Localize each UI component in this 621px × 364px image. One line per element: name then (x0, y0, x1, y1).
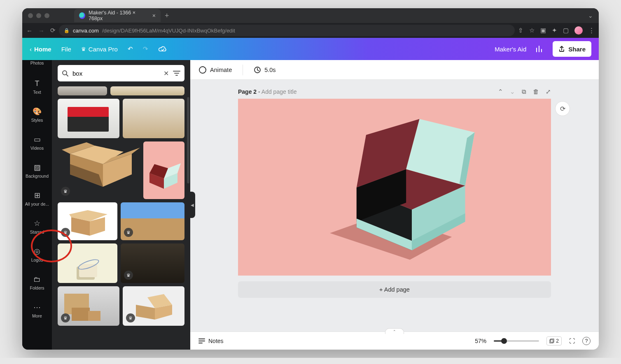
rail-starred[interactable]: ☆ Starred (22, 213, 52, 241)
zoom-slider[interactable] (494, 340, 539, 342)
zoom-knob[interactable] (501, 338, 507, 344)
search-input[interactable] (72, 70, 159, 77)
photo-thumb[interactable]: ♛ (121, 202, 184, 240)
workspace: Photos T Text 🎨 Styles ▭ Videos ▨ Backgr… (22, 60, 599, 350)
pages-icon (549, 338, 554, 343)
photo-thumb[interactable]: ♛ (121, 243, 184, 283)
hatch-icon: ▨ (34, 164, 41, 172)
rail-folders[interactable]: 🗀 Folders (22, 269, 52, 297)
cloud-check-icon (158, 45, 167, 53)
rail-text[interactable]: T Text (22, 73, 52, 101)
tab-strip: Maker's Aid - 1366 × 768px × + (74, 8, 169, 23)
expand-timeline-button[interactable]: ⌃ (385, 328, 404, 334)
animate-icon (198, 66, 207, 74)
photo-thumb[interactable] (123, 99, 184, 138)
photo-thumb[interactable]: ♛ (123, 286, 184, 326)
expand-page-icon[interactable]: ⤢ (546, 88, 551, 95)
canva-pro-label: Canva Pro (89, 46, 118, 53)
page-count-button[interactable]: 2 (546, 336, 562, 345)
panel-scrollbar[interactable] (187, 97, 189, 183)
cloud-sync-icon[interactable] (158, 45, 167, 53)
animate-button[interactable]: Animate (198, 66, 232, 74)
page-title[interactable]: Page 2 - Add page title (238, 88, 296, 95)
profile-avatar-icon[interactable] (574, 26, 583, 35)
new-tab-button[interactable]: + (165, 12, 169, 20)
regenerate-button[interactable]: ⟳ (555, 101, 570, 116)
photo-thumb[interactable] (58, 243, 117, 283)
reload-button[interactable]: ⟳ (50, 27, 56, 34)
page-actions: ⌃ ⌄ ⧉ 🗑 ⤢ (498, 88, 551, 95)
extensions-icon[interactable]: ✦ (552, 27, 557, 34)
svg-rect-30 (551, 339, 554, 342)
rail-photos[interactable]: Photos (22, 60, 52, 73)
bookmark-icon[interactable]: ☆ (529, 27, 535, 34)
bottom-bar: Notes 57% 2 ⛶ ? (190, 332, 599, 350)
photo-thumb[interactable] (110, 86, 184, 95)
browser-toolbar: ← → ⟳ 🔒 canva.com/design/DAE9fH56LaM/m4q… (22, 23, 599, 38)
clear-search-icon[interactable]: ✕ (163, 70, 169, 77)
forward-button[interactable]: → (38, 27, 44, 34)
share-page-icon[interactable]: ⇧ (518, 27, 523, 34)
photo-search[interactable]: ✕ (58, 65, 184, 81)
photo-thumb[interactable]: ♛ (58, 202, 117, 240)
reader-icon[interactable]: ▣ (540, 27, 546, 34)
canvas-box-image[interactable] (308, 115, 485, 267)
canvas-area: Animate 5.0s Page 2 - Add page title ⌃ ⌄ (190, 60, 599, 350)
delete-page-icon[interactable]: 🗑 (533, 88, 539, 95)
macos-titlebar: Maker's Aid - 1366 × 768px × + ⌄ (22, 8, 599, 23)
project-name[interactable]: Maker's Aid (495, 46, 526, 53)
rail-background[interactable]: ▨ Background (22, 157, 52, 185)
photo-thumb[interactable] (58, 99, 119, 138)
devices-icon[interactable]: ▢ (563, 27, 569, 34)
duration-button[interactable]: 5.0s (254, 66, 275, 74)
share-icon (558, 46, 565, 52)
browser-right-icons: ⇧ ☆ ▣ ✦ ▢ ⋮ (518, 26, 595, 35)
rail-more[interactable]: ⋯ More (22, 297, 52, 325)
canvas-toolbar: Animate 5.0s (190, 60, 599, 80)
page-down-icon[interactable]: ⌄ (510, 88, 515, 95)
premium-badge-icon: ♛ (61, 228, 70, 237)
minimize-window-icon[interactable] (36, 13, 41, 18)
share-button[interactable]: Share (553, 41, 591, 57)
filter-icon[interactable] (173, 70, 180, 76)
close-window-icon[interactable] (28, 13, 33, 18)
rail-logos[interactable]: ◎ Logos (22, 241, 52, 269)
help-icon[interactable]: ? (582, 337, 591, 345)
zoom-value[interactable]: 57% (475, 338, 486, 344)
photo-thumb[interactable]: ♛ (58, 141, 140, 199)
zoom-window-icon[interactable] (44, 13, 49, 18)
undo-button[interactable]: ↶ (128, 45, 133, 53)
rail-label: Styles (31, 118, 43, 123)
tabs-dropdown-icon[interactable]: ⌄ (588, 12, 593, 19)
fullscreen-icon[interactable]: ⛶ (569, 338, 575, 344)
more-icon: ⋯ (33, 304, 41, 312)
canva-pro-button[interactable]: ♛ Canva Pro (81, 46, 118, 53)
insights-icon[interactable] (535, 45, 544, 53)
redo-button[interactable]: ↷ (143, 45, 148, 53)
mint-box-icon (145, 160, 182, 193)
add-page-button[interactable]: + Add page (238, 281, 551, 298)
traffic-lights[interactable] (28, 13, 49, 18)
file-menu[interactable]: File (61, 46, 71, 53)
kebab-menu-icon[interactable]: ⋮ (588, 27, 595, 34)
address-bar[interactable]: 🔒 canva.com/design/DAE9fH56LaM/m4qVUJQd-… (59, 25, 515, 36)
browser-tab[interactable]: Maker's Aid - 1366 × 768px × (74, 9, 161, 22)
home-button[interactable]: ‹ Home (30, 46, 51, 53)
collapse-panel-button[interactable]: ◀ (189, 192, 195, 218)
rail-all-designs[interactable]: ⊞ All your de... (22, 185, 52, 213)
design-page[interactable] (238, 99, 551, 276)
back-button[interactable]: ← (26, 27, 33, 34)
premium-badge-icon: ♛ (126, 313, 135, 322)
photo-thumb[interactable]: ♛ (58, 286, 119, 326)
page-up-icon[interactable]: ⌃ (498, 88, 503, 95)
rail-videos[interactable]: ▭ Videos (22, 129, 52, 157)
share-label: Share (568, 46, 586, 53)
notes-button[interactable]: Notes (198, 338, 224, 344)
canvas-viewport[interactable]: Page 2 - Add page title ⌃ ⌄ ⧉ 🗑 ⤢ (190, 80, 599, 332)
url-path: /design/DAE9fH56LaM/m4qVUJQd-lNIxBwqOkBe… (102, 28, 235, 34)
tab-close-icon[interactable]: × (152, 12, 156, 19)
photo-thumb[interactable] (143, 141, 184, 199)
rail-styles[interactable]: 🎨 Styles (22, 101, 52, 129)
duplicate-page-icon[interactable]: ⧉ (522, 88, 526, 95)
photo-thumb[interactable] (58, 86, 107, 95)
